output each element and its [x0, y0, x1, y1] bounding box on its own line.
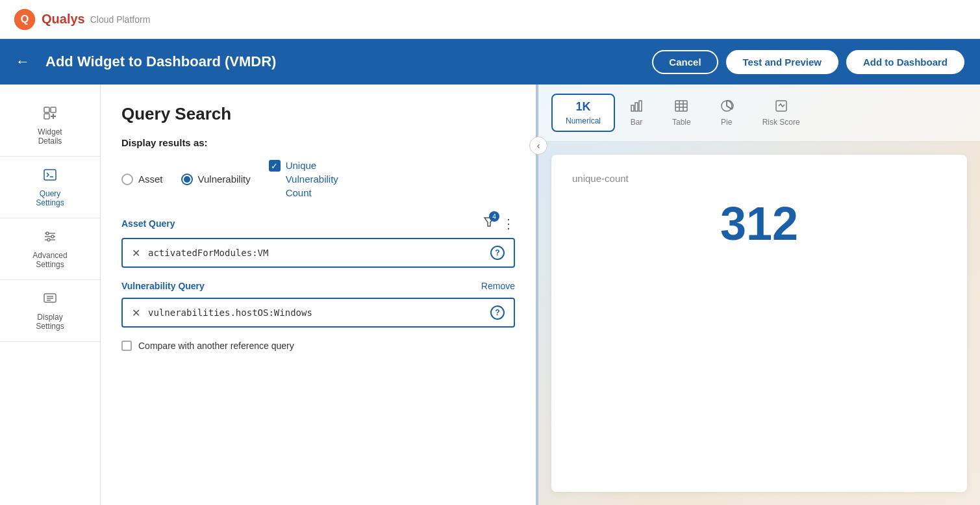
widget-details-label: WidgetDetails [38, 127, 62, 146]
qualys-logo-icon: Q [13, 8, 36, 31]
risk-score-icon [774, 99, 788, 115]
vuln-query-help-icon[interactable]: ? [490, 305, 505, 320]
remove-vuln-query-link[interactable]: Remove [481, 281, 515, 291]
table-icon [674, 99, 688, 115]
filter-button[interactable]: 4 [483, 215, 496, 231]
svg-rect-2 [44, 107, 49, 112]
back-arrow-icon[interactable]: ← [16, 53, 30, 70]
vuln-query-value: vulnerabilities.hostOS:Windows [148, 307, 490, 318]
vuln-query-label: Vulnerability Query [121, 281, 205, 291]
chart-type-bar[interactable]: Bar [615, 92, 658, 133]
svg-rect-20 [675, 101, 687, 111]
content-area: Query Search Display results as: Asset V… [101, 84, 538, 505]
radio-asset[interactable]: Asset [121, 174, 163, 185]
svg-rect-4 [44, 114, 49, 119]
pie-label: Pie [721, 118, 732, 127]
add-to-dashboard-button[interactable]: Add to Dashboard [846, 50, 964, 74]
radio-vulnerability-label: Vulnerability [198, 174, 251, 185]
display-settings-label: DisplaySettings [36, 313, 64, 331]
numerical-icon: 1K [576, 100, 591, 114]
svg-rect-18 [635, 103, 638, 111]
asset-query-header: Asset Query 4 ⋮ [121, 215, 515, 231]
svg-line-27 [727, 106, 732, 109]
content-title: Query Search [121, 104, 515, 124]
chart-type-risk-score[interactable]: Risk Score [748, 92, 814, 133]
clear-vuln-query-icon[interactable]: ✕ [132, 307, 140, 319]
more-options-button[interactable]: ⋮ [502, 216, 515, 231]
svg-point-9 [46, 232, 49, 235]
logo-area: Q Qualys Cloud Platform [13, 8, 150, 31]
result-value: 312 [572, 197, 946, 250]
sidebar-item-widget-details[interactable]: WidgetDetails [0, 95, 100, 157]
chart-type-bar: 1K Numerical Bar [538, 84, 980, 142]
logo-sub-text: Cloud Platform [90, 14, 151, 25]
header-bar: ← Add Widget to Dashboard (VMDR) Cancel … [0, 39, 980, 84]
test-and-preview-button[interactable]: Test and Preview [726, 50, 838, 74]
svg-rect-3 [51, 107, 56, 112]
svg-point-10 [51, 235, 54, 238]
bar-icon [629, 99, 644, 115]
vuln-query-header: Vulnerability Query Remove [121, 281, 515, 291]
checkbox-unique-vulnerability[interactable]: ✓ UniqueVulnerabilityCount [269, 159, 338, 200]
radio-asset-label: Asset [138, 174, 163, 185]
display-results-label: Display results as: [121, 137, 515, 148]
asset-query-value: activatedForModules:VM [148, 248, 490, 258]
pie-icon [720, 99, 734, 115]
display-results-options: Asset Vulnerability ✓ UniqueVulnerabilit… [121, 159, 515, 200]
sidebar-item-advanced-settings[interactable]: AdvancedSettings [0, 218, 100, 280]
risk-score-label: Risk Score [762, 118, 800, 127]
sidebar: WidgetDetails QuerySettings [0, 84, 101, 505]
top-navigation: Q Qualys Cloud Platform [0, 0, 980, 39]
chart-type-table[interactable]: Table [658, 92, 705, 133]
svg-rect-19 [639, 101, 642, 111]
radio-vulnerability-circle[interactable] [181, 174, 193, 185]
result-card: unique-count 312 [551, 155, 967, 492]
cancel-button[interactable]: Cancel [652, 50, 718, 74]
asset-query-help-icon[interactable]: ? [490, 246, 505, 260]
query-settings-icon [42, 167, 58, 185]
checkbox-unique-vulnerability-label: UniqueVulnerabilityCount [286, 159, 338, 200]
radio-vulnerability[interactable]: Vulnerability [181, 174, 251, 185]
bar-label: Bar [631, 118, 643, 127]
page-title: Add Widget to Dashboard (VMDR) [45, 53, 642, 70]
svg-text:Q: Q [21, 13, 29, 25]
asset-query-input-wrapper[interactable]: ✕ activatedForModules:VM ? [121, 238, 515, 268]
result-metric-label: unique-count [572, 173, 946, 184]
asset-query-label: Asset Query [121, 218, 175, 229]
svg-point-11 [47, 239, 50, 241]
numerical-label: Numerical [566, 116, 601, 125]
chart-type-pie[interactable]: Pie [705, 92, 748, 133]
svg-rect-5 [44, 170, 56, 180]
filter-badge: 4 [489, 211, 499, 222]
advanced-settings-icon [42, 229, 58, 247]
compare-label: Compare with another reference query [138, 341, 294, 351]
compare-row: Compare with another reference query [121, 341, 515, 351]
vuln-query-input-wrapper[interactable]: ✕ vulnerabilities.hostOS:Windows ? [121, 298, 515, 328]
checkbox-unique-vulnerability-box[interactable]: ✓ [269, 160, 281, 172]
main-layout: WidgetDetails QuerySettings [0, 84, 980, 505]
sidebar-item-display-settings[interactable]: DisplaySettings [0, 280, 100, 342]
display-settings-icon [42, 291, 58, 309]
header-buttons: Cancel Test and Preview Add to Dashboard [652, 50, 964, 74]
chart-type-numerical[interactable]: 1K Numerical [551, 94, 615, 132]
clear-asset-query-icon[interactable]: ✕ [132, 247, 140, 259]
query-settings-label: QuerySettings [36, 189, 64, 207]
collapse-panel-button[interactable]: ‹ [529, 136, 547, 155]
table-label: Table [672, 118, 691, 127]
svg-rect-17 [631, 105, 634, 111]
preview-panel: ‹ 1K Numerical Bar [538, 84, 980, 505]
compare-checkbox[interactable] [121, 341, 132, 351]
widget-details-icon [42, 105, 58, 123]
sidebar-item-query-settings[interactable]: QuerySettings [0, 157, 100, 218]
logo-brand-text: Qualys [42, 12, 85, 27]
svg-rect-28 [776, 101, 786, 111]
advanced-settings-label: AdvancedSettings [32, 251, 67, 269]
radio-asset-circle[interactable] [121, 174, 133, 185]
asset-query-icons: 4 ⋮ [483, 215, 515, 231]
